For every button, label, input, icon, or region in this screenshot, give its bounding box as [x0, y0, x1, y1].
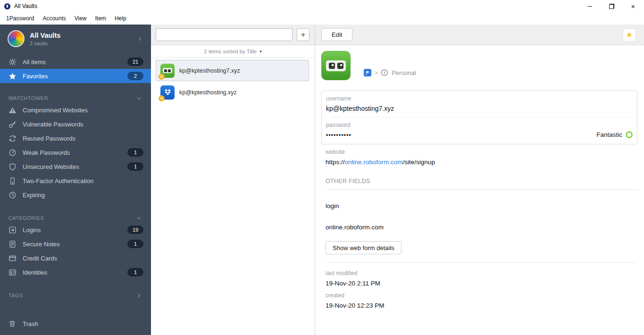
- password-value[interactable]: ••••••••••: [326, 132, 351, 138]
- username-value[interactable]: kp@kptesthosting7.xyz: [326, 105, 633, 112]
- favorite-star-badge: ★: [159, 95, 165, 101]
- menu-1password[interactable]: 1Password: [2, 13, 38, 24]
- item-list: ★ kp@kptesthosting7.xyz ★ kp@kptesthosti…: [151, 58, 315, 103]
- sidebar-item-label: Reused Passwords: [23, 135, 143, 142]
- item-title: kp@kptesthosting.xyz: [179, 89, 237, 96]
- sidebar-item-credit-cards[interactable]: Credit Cards: [0, 251, 151, 265]
- menubar: 1Password Accounts View Item Help: [0, 12, 644, 25]
- sidebar-item-label: Compromised Websites: [23, 107, 143, 114]
- website-link[interactable]: online.roboform.com: [345, 159, 403, 166]
- website-prefix: https://: [326, 159, 345, 166]
- sidebar-item-label: Secure Notes: [23, 241, 127, 248]
- detail-body: > Personal username kp@kptesthosting7.xy…: [315, 45, 644, 335]
- sidebar: All Vaults 2 vaults All items 21 Favorit…: [0, 25, 151, 335]
- other-field-value[interactable]: online.roboform.com: [326, 224, 637, 231]
- last-modified-value: 19-Nov-20 2:11 PM: [326, 280, 637, 287]
- sidebar-item-reused-passwords[interactable]: Reused Passwords: [0, 131, 151, 145]
- chevron-right-icon: [136, 293, 142, 298]
- key-icon: [8, 120, 17, 128]
- sidebar-item-secure-notes[interactable]: Secure Notes 1: [0, 237, 151, 251]
- breadcrumb-vault-name[interactable]: Personal: [392, 69, 416, 76]
- website-value: https://online.roboform.com/site/signup: [326, 159, 637, 166]
- show-web-form-details-button[interactable]: Show web form details: [326, 241, 401, 254]
- restore-button[interactable]: [601, 0, 622, 12]
- detail-header: > Personal: [321, 51, 637, 80]
- sidebar-item-label: Favorites: [23, 73, 127, 80]
- section-header-watchtower[interactable]: WATCHTOWER: [0, 93, 151, 103]
- menu-help[interactable]: Help: [110, 13, 131, 24]
- website-suffix: /site/signup: [403, 159, 435, 166]
- count-badge: 1: [127, 162, 143, 171]
- favorite-toggle-button[interactable]: ★: [623, 28, 636, 42]
- list-item[interactable]: ★ kp@kptesthosting7.xyz: [156, 60, 309, 81]
- created-label: created: [326, 292, 637, 299]
- count-badge: 1: [127, 240, 143, 248]
- sidebar-item-unsecured-websites[interactable]: Unsecured Websites 1: [0, 159, 151, 174]
- info-circle-icon: [381, 69, 388, 76]
- count-badge: 21: [127, 58, 143, 66]
- section-header-label: CATEGORIES: [8, 215, 136, 221]
- account-flag-icon[interactable]: [364, 69, 371, 76]
- warning-triangle-icon: [8, 106, 17, 114]
- window-title: All Vaults: [14, 3, 37, 9]
- sidebar-item-compromised-websites[interactable]: Compromised Websites: [0, 103, 151, 117]
- section-header-categories[interactable]: CATEGORIES: [0, 213, 151, 223]
- sidebar-item-label: Unsecured Websites: [23, 163, 127, 170]
- refresh-arrows-icon: [8, 134, 17, 142]
- item-title: kp@kptesthosting7.xyz: [179, 67, 240, 74]
- sidebar-item-label: Logins: [23, 226, 127, 234]
- menu-view[interactable]: View: [70, 13, 91, 24]
- chevron-down-icon: [136, 216, 142, 221]
- sidebar-item-label: Vulnerable Passwords: [23, 121, 143, 128]
- sidebar-item-expiring[interactable]: Expiring: [0, 188, 151, 202]
- close-button[interactable]: ×: [622, 0, 644, 12]
- sidebar-item-label: Two-Factor Authentication: [23, 177, 143, 184]
- window-controls: ×: [579, 0, 644, 12]
- sidebar-item-vulnerable-passwords[interactable]: Vulnerable Passwords: [0, 117, 151, 131]
- minimize-button[interactable]: [579, 0, 601, 12]
- credit-card-icon: [8, 254, 17, 262]
- add-item-button[interactable]: +: [297, 28, 309, 41]
- 1password-app-icon: [4, 3, 11, 10]
- chevron-right-icon: [137, 36, 142, 42]
- vault-switcher[interactable]: All Vaults 2 vaults: [0, 25, 151, 47]
- created-value: 19-Nov-20 12:23 PM: [326, 302, 637, 309]
- close-icon: ×: [631, 3, 636, 10]
- shield-icon: [8, 163, 17, 171]
- restore-icon: [609, 4, 614, 9]
- strength-ring-icon: [626, 131, 633, 138]
- list-item[interactable]: ★ kp@kptesthosting.xyz: [156, 82, 309, 103]
- sidebar-item-identities[interactable]: Identities 1: [0, 265, 151, 279]
- sidebar-item-all-items[interactable]: All items 21: [0, 55, 151, 69]
- main-layout: All Vaults 2 vaults All items 21 Favorit…: [0, 25, 644, 335]
- menu-item[interactable]: Item: [91, 13, 110, 24]
- website-label: website: [326, 149, 637, 155]
- chevron-down-icon: [136, 96, 142, 101]
- titlebar: All Vaults ×: [0, 0, 644, 12]
- menu-accounts[interactable]: Accounts: [38, 13, 70, 24]
- item-detail-panel: Edit ★ > Personal: [315, 25, 644, 335]
- password-row: •••••••••• Fantastic: [326, 131, 633, 138]
- plus-icon: +: [301, 31, 306, 39]
- minimize-icon: [587, 6, 592, 7]
- search-input[interactable]: [156, 28, 293, 41]
- website-section: website https://online.roboform.com/site…: [326, 149, 637, 166]
- vault-switcher-title: All Vaults: [30, 32, 137, 39]
- other-fields-section: OTHER FIELDS login online.roboform.com S…: [326, 178, 637, 254]
- star-icon: ★: [626, 30, 633, 39]
- edit-button[interactable]: Edit: [321, 28, 352, 41]
- sidebar-item-trash[interactable]: Trash: [0, 316, 151, 331]
- section-header-tags[interactable]: TAGS: [0, 291, 151, 300]
- username-label: username: [326, 95, 633, 102]
- sidebar-item-label: All items: [23, 59, 127, 66]
- detail-toolbar: Edit ★: [315, 25, 644, 45]
- sidebar-item-logins[interactable]: Logins 19: [0, 223, 151, 237]
- sidebar-item-two-factor-authentication[interactable]: Two-Factor Authentication: [0, 174, 151, 188]
- sidebar-item-weak-passwords[interactable]: Weak Passwords 1: [0, 145, 151, 159]
- sort-dropdown[interactable]: 2 items sorted by Title ▾: [151, 45, 315, 58]
- sidebar-item-label: Identities: [23, 269, 127, 276]
- count-badge: 2: [127, 72, 143, 80]
- other-field-value[interactable]: login: [326, 202, 637, 209]
- sidebar-item-favorites[interactable]: Favorites 2: [0, 69, 151, 83]
- password-label: password: [326, 122, 633, 128]
